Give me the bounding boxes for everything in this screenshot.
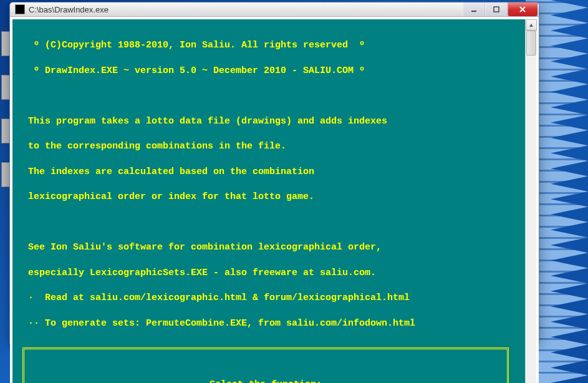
app-window: C:\bas\DrawIndex.exe º (C)Copyright 1988…	[9, 2, 539, 344]
desc-line-4: lexicographical order or index for that …	[22, 191, 520, 203]
titlebar[interactable]: C:\bas\DrawIndex.exe	[10, 2, 539, 17]
scroll-thumb[interactable]	[526, 31, 536, 56]
menu-box: Select the function: 5Lotto-5 Indexes 7L…	[22, 347, 509, 383]
desc-line-6: See Ion Saliu's software for combination…	[22, 241, 520, 254]
copyright-line: º (C)Copyright 1988-2010, Ion Saliu. All…	[22, 39, 520, 52]
menu-title: Select the function:	[24, 375, 507, 383]
svg-rect-0	[471, 11, 476, 12]
close-button[interactable]	[508, 2, 537, 16]
blank-line	[22, 216, 520, 229]
maximize-icon	[493, 6, 499, 12]
desc-line-9: ·· To generate sets: PermuteCombine.EXE,…	[22, 318, 520, 330]
app-icon	[15, 4, 25, 14]
scroll-up-button[interactable]: ▲	[526, 19, 537, 31]
version-line: º DrawIndex.EXE ~ version 5.0 ~ December…	[22, 65, 520, 77]
console-output[interactable]: º (C)Copyright 1988-2010, Ion Saliu. All…	[12, 19, 525, 383]
window-title: C:\bas\DrawIndex.exe	[29, 5, 463, 14]
close-icon	[519, 6, 526, 13]
window-controls	[463, 2, 537, 16]
minimize-icon	[471, 6, 477, 12]
svg-rect-1	[494, 7, 499, 12]
desc-line-2: to the corresponding combinations in the…	[22, 140, 520, 153]
desc-line-8: · Read at saliu.com/lexicographic.html &…	[22, 292, 520, 304]
maximize-button[interactable]	[485, 2, 508, 16]
blank-line	[22, 90, 520, 102]
minimize-button[interactable]	[463, 2, 485, 16]
desc-line-7: especially LexicographicSets.EXE - also …	[22, 267, 520, 279]
vertical-scrollbar[interactable]: ▲ ▼	[525, 19, 536, 383]
console-area: º (C)Copyright 1988-2010, Ion Saliu. All…	[10, 17, 539, 383]
desc-line-3: The indexes are calculated based on the …	[22, 166, 520, 178]
desc-line-1: This program takes a lotto data file (dr…	[22, 115, 520, 128]
